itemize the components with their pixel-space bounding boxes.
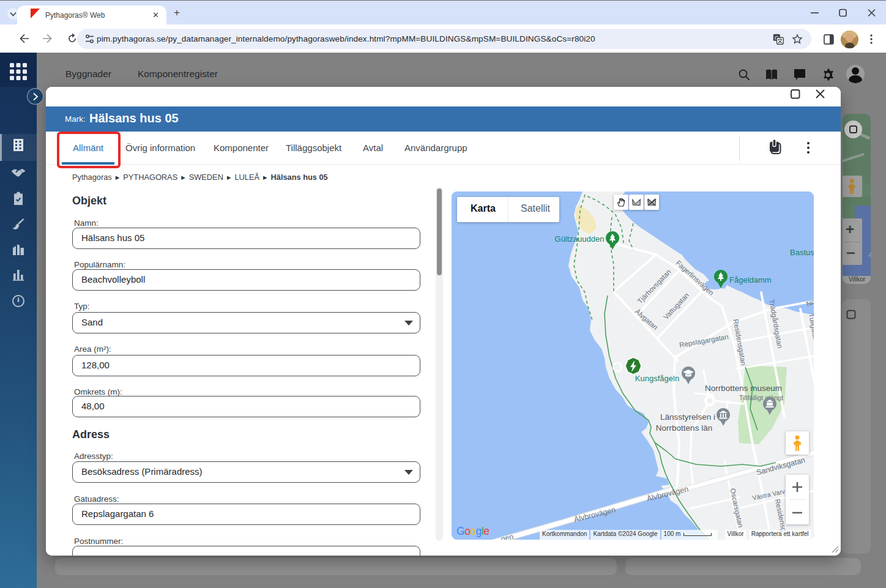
svg-text:Kungsfågeln: Kungsfågeln: [635, 374, 679, 383]
svg-text:Fågeldamm: Fågeldamm: [729, 275, 772, 285]
svg-text:Norrbottens museum: Norrbottens museum: [705, 384, 782, 393]
svg-text:Norrbottens län: Norrbottens län: [656, 423, 712, 433]
svg-text:Länsstyrelsen i: Länsstyrelsen i: [660, 412, 715, 422]
svg-text:Gültzauudden: Gültzauudden: [555, 234, 605, 244]
svg-text:Bastustu: Bastustu: [790, 248, 814, 257]
svg-text:Tillfälligt stängt: Tillfälligt stängt: [739, 394, 783, 401]
